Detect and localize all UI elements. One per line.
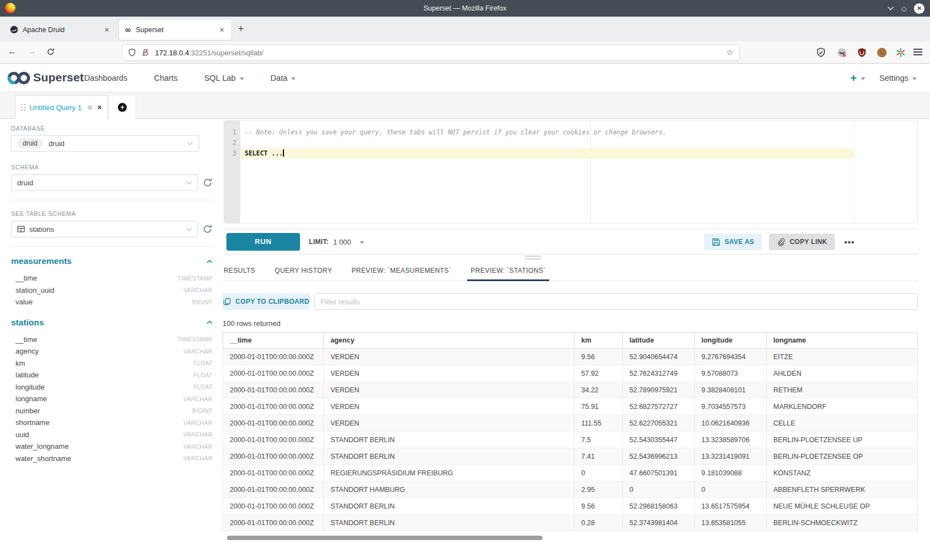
table-cell: 52.5436996213 <box>623 448 695 464</box>
minimize-icon[interactable] <box>887 6 894 11</box>
filter-results-input[interactable] <box>314 293 918 310</box>
table-row[interactable]: 2000-01-01T00:00:00.000ZSTANDORT HAMBURG… <box>223 481 918 498</box>
column-name: longname <box>16 395 47 403</box>
shield-check-icon[interactable] <box>816 48 826 58</box>
schema-table-header-stations[interactable]: stations <box>11 318 213 328</box>
column-header-__time[interactable]: __time <box>223 333 324 348</box>
browser-tab-superset[interactable]: ∞ Superset × <box>119 19 231 40</box>
cookie-icon[interactable] <box>877 48 887 58</box>
query-tab-close-icon[interactable]: × <box>97 103 102 112</box>
settings-menu[interactable]: Settings <box>880 74 917 82</box>
column-header-latitude[interactable]: latitude <box>623 333 695 348</box>
nav-item-charts[interactable]: Charts <box>154 74 178 82</box>
table-row[interactable]: 2000-01-01T00:00:00.000ZVERDEN111.5552.6… <box>223 415 918 432</box>
database-label: DATABASE <box>11 125 213 132</box>
results-tab-results[interactable]: RESULTS <box>223 267 256 281</box>
column-header-longname[interactable]: longname <box>767 333 918 348</box>
column-name: number <box>16 407 40 415</box>
table-cell: 13.653581055 <box>695 515 767 531</box>
window-controls: ◇ × <box>887 0 924 17</box>
table-select[interactable]: stations <box>11 221 198 237</box>
table-cell: 52.9040654474 <box>623 349 695 365</box>
table-row[interactable]: 2000-01-01T00:00:00.000ZSTANDORT BERLIN7… <box>223 448 918 465</box>
schema-column-row: water_longnameVARCHAR <box>11 440 213 453</box>
table-row[interactable]: 2000-01-01T00:00:00.000ZSTANDORT BERLIN0… <box>223 515 918 531</box>
refresh-table-icon[interactable] <box>203 224 213 234</box>
nav-item-dashboards[interactable]: Dashboards <box>84 74 127 82</box>
sql-lab-main: 123 -- Note: Unless you save your query,… <box>221 119 930 560</box>
table-row[interactable]: 2000-01-01T00:00:00.000ZVERDEN75.9152.68… <box>223 398 918 415</box>
sql-editor[interactable]: 123 -- Note: Unless you save your query,… <box>224 120 918 224</box>
table-cell: STANDORT HAMBURG <box>324 481 575 497</box>
paperclip-icon <box>777 238 785 246</box>
menu-icon[interactable] <box>913 49 922 57</box>
reload-icon[interactable] <box>46 48 55 56</box>
table-cell: 7.41 <box>575 448 623 464</box>
caret-down-icon <box>360 241 364 244</box>
table-cell: STANDORT BERLIN <box>324 432 575 448</box>
lock-insecure-icon[interactable] <box>141 48 149 57</box>
close-icon[interactable]: × <box>914 3 924 14</box>
column-header-longitude[interactable]: longitude <box>695 333 767 348</box>
table-cell: ABBENFLETH SPERRWERK <box>767 481 918 497</box>
table-row[interactable]: 2000-01-01T00:00:00.000ZSTANDORT BERLIN9… <box>223 498 918 515</box>
run-button[interactable]: RUN <box>226 233 300 251</box>
more-options-icon[interactable]: ••• <box>842 237 857 247</box>
forward-icon[interactable]: → <box>28 46 37 56</box>
table-cell: REGIERUNGSPRÄSIDIUM FREIBURG <box>324 465 575 481</box>
add-new-button[interactable]: + <box>850 72 865 85</box>
pane-splitter-handle[interactable] <box>525 256 541 261</box>
table-row[interactable]: 2000-01-01T00:00:00.000ZSTANDORT BERLIN7… <box>223 432 918 448</box>
brand-title[interactable]: Superset <box>33 71 84 84</box>
tab-close-icon[interactable]: × <box>218 25 226 34</box>
new-tab-icon[interactable]: + <box>238 23 244 34</box>
copy-link-button[interactable]: COPY LINK <box>769 234 835 250</box>
add-query-tab-button[interactable]: + <box>108 95 136 119</box>
table-row[interactable]: 2000-01-01T00:00:00.000ZVERDEN34.2252.78… <box>223 382 918 398</box>
database-select[interactable]: druid druid <box>11 135 199 152</box>
browser-tab-apache-druid[interactable]: Apache Druid × <box>4 19 116 40</box>
ublock-icon[interactable] <box>857 48 867 58</box>
mask-icon[interactable]: x <box>837 48 847 58</box>
nav-item-sql-lab[interactable]: SQL Lab <box>204 74 244 82</box>
table-row[interactable]: 2000-01-01T00:00:00.000ZVERDEN9.5652.904… <box>223 349 918 365</box>
drag-handle-icon[interactable] <box>21 104 25 111</box>
column-type: VARCHAR <box>183 287 213 293</box>
collapse-chevron-icon[interactable] <box>206 260 213 263</box>
column-header-agency[interactable]: agency <box>324 333 575 348</box>
colorful-asterisk-icon[interactable] <box>896 48 906 58</box>
table-cell: 7.5 <box>575 432 623 448</box>
collapse-chevron-icon[interactable] <box>206 320 213 324</box>
limit-dropdown[interactable]: LIMIT: 1 000 <box>309 233 364 251</box>
query-tab-untitled[interactable]: Untitled Query 1 × <box>15 95 108 119</box>
results-tab-query-history[interactable]: QUERY HISTORY <box>273 267 333 281</box>
table-cell: 2000-01-01T00:00:00.000Z <box>223 415 324 431</box>
table-cell: 75.91 <box>575 398 623 414</box>
schema-select[interactable]: druid <box>11 174 198 191</box>
refresh-schema-icon[interactable] <box>203 178 213 188</box>
results-tab-preview-measurements[interactable]: PREVIEW: `MEASUREMENTS` <box>350 267 452 281</box>
table-row[interactable]: 2000-01-01T00:00:00.000ZREGIERUNGSPRÄSID… <box>223 465 918 481</box>
table-cell: 2000-01-01T00:00:00.000Z <box>223 382 324 398</box>
schema-table-header-measurements[interactable]: measurements <box>11 256 213 266</box>
shield-icon[interactable] <box>128 48 136 57</box>
editor-code[interactable]: -- Note: Unless you save your query, the… <box>240 121 917 223</box>
chevron-down-icon <box>186 227 192 231</box>
maximize-icon[interactable]: ◇ <box>901 4 907 13</box>
superset-logo-icon[interactable] <box>7 71 31 85</box>
table-row[interactable]: 2000-01-01T00:00:00.000ZVERDEN57.9252.76… <box>223 365 918 382</box>
table-cell: 2000-01-01T00:00:00.000Z <box>223 448 324 464</box>
results-tab-preview-stations[interactable]: PREVIEW: `STATIONS` <box>469 267 547 281</box>
copy-to-clipboard-button[interactable]: COPY TO CLIPBOARD <box>223 293 310 310</box>
column-header-km[interactable]: km <box>575 333 623 348</box>
tab-close-icon[interactable]: × <box>103 25 111 34</box>
bookmark-star-icon[interactable]: ☆ <box>726 48 733 58</box>
nav-item-data[interactable]: Data <box>271 74 296 82</box>
table-cell: 9.3828408101 <box>695 382 767 398</box>
back-icon[interactable]: ← <box>8 46 17 56</box>
url-bar[interactable]: 172.18.0.4:32251/superset/sqllab/ ☆ <box>122 44 740 61</box>
schema-column-row: kmFLOAT <box>11 357 213 370</box>
horizontal-scrollbar[interactable] <box>227 536 542 540</box>
schema-value: druid <box>17 179 186 187</box>
save-as-button[interactable]: SAVE AS <box>704 234 762 250</box>
